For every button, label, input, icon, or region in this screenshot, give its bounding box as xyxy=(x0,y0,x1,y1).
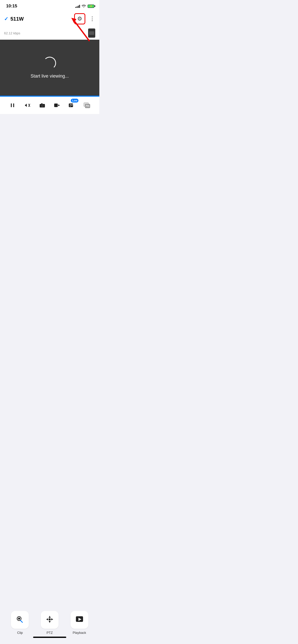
svg-rect-12 xyxy=(69,104,73,107)
content-area xyxy=(0,114,99,231)
svg-marker-11 xyxy=(58,105,60,106)
wifi-icon xyxy=(82,4,86,8)
status-time: 10:15 xyxy=(6,4,17,9)
svg-rect-10 xyxy=(54,104,58,107)
quality-button[interactable]: Low xyxy=(66,100,77,111)
video-area: Start live viewing... xyxy=(0,40,99,96)
status-bar: 10:15 ⚡ xyxy=(0,0,99,11)
header: ✓ 511W ⚙ ⋮ xyxy=(0,11,99,27)
gallery-button[interactable] xyxy=(81,100,92,111)
status-icons: ⚡ xyxy=(75,4,94,8)
settings-button[interactable]: ⚙ xyxy=(74,13,85,24)
record-icon xyxy=(54,103,60,108)
header-right: ⚙ ⋮ xyxy=(74,13,95,24)
gallery-icon xyxy=(83,102,90,108)
live-status-text: Start live viewing... xyxy=(31,74,69,79)
mute-icon xyxy=(24,103,30,108)
gear-icon: ⚙ xyxy=(77,16,82,22)
chevron-down-icon[interactable]: ✓ xyxy=(4,16,8,22)
svg-rect-3 xyxy=(13,104,14,107)
quality-badge: Low xyxy=(71,99,78,103)
record-button[interactable] xyxy=(51,100,63,111)
pause-button[interactable] xyxy=(7,100,18,111)
quality-icon xyxy=(68,103,75,108)
bitrate-row: 62.12 kbps xyxy=(0,27,99,40)
signal-icon xyxy=(75,4,80,8)
controls-bar: Low xyxy=(0,97,99,114)
snapshot-button[interactable] xyxy=(37,100,48,111)
camera-icon xyxy=(39,103,45,108)
header-left: ✓ 511W xyxy=(4,16,24,22)
battery-icon: ⚡ xyxy=(88,5,94,8)
camera-name: 511W xyxy=(10,16,24,22)
pause-icon xyxy=(10,103,15,108)
bitrate-text: 62.12 kbps xyxy=(4,31,20,35)
mute-button[interactable] xyxy=(22,100,33,111)
loading-spinner xyxy=(43,57,56,69)
svg-point-8 xyxy=(42,105,43,106)
svg-rect-9 xyxy=(41,103,43,104)
device-icon xyxy=(88,28,95,38)
more-options-button[interactable]: ⋮ xyxy=(89,16,95,22)
svg-rect-2 xyxy=(11,104,12,107)
